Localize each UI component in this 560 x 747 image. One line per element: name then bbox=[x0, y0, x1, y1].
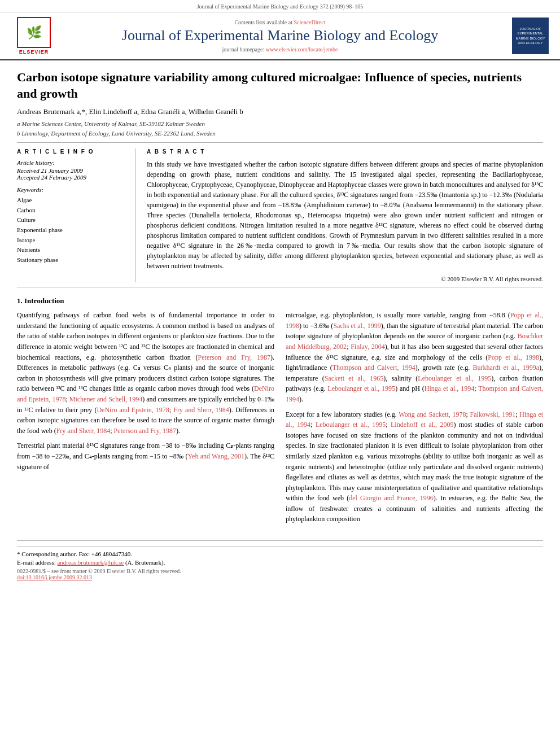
keyword-algae: Algae bbox=[17, 195, 126, 206]
ref-hinga-1994[interactable]: Hinga et al., 1994 bbox=[425, 385, 474, 392]
affiliation-b: b Limnology, Department of Ecology, Lund… bbox=[17, 129, 543, 138]
article-info-column: A R T I C L E I N F O Article history: R… bbox=[17, 148, 135, 282]
ref-thompson-calvert-1994b[interactable]: Thompson and Calvert, 1994 bbox=[286, 385, 543, 403]
footnote-area: * Corresponding author. Fax: +46 4804473… bbox=[17, 547, 543, 566]
journal-citation-bar: Journal of Experimental Marine Biology a… bbox=[0, 0, 560, 12]
content-area: Carbon isotope signature variability amo… bbox=[0, 60, 560, 592]
abstract-text: In this study we have investigated wheth… bbox=[147, 159, 543, 271]
ref-deniro-epstein-1978b[interactable]: DeNiro and Epstein, 1978 bbox=[97, 406, 169, 414]
ref-popp-1998b[interactable]: Popp et al., 1998 bbox=[488, 353, 539, 361]
authors-line: Andreas Brutemark a,*, Elin Lindehoff a,… bbox=[17, 107, 543, 116]
ref-michener-schell-1994[interactable]: Michener and Schell, 1994 bbox=[69, 395, 142, 403]
keyword-carbon: Carbon bbox=[17, 206, 126, 216]
ref-sackett-1965[interactable]: Sackett et al., 1965 bbox=[325, 374, 384, 382]
body-right-column: microalgae, e.g. phytoplankton, is usual… bbox=[286, 310, 543, 529]
ref-falkowski-1991[interactable]: Falkowski, 1991 bbox=[470, 410, 516, 418]
journal-logo-text: JOURNAL OF EXPERIMENTAL MARINE BIOLOGY A… bbox=[515, 27, 545, 46]
elsevier-label: ELSEVIER bbox=[19, 49, 49, 55]
ref-deniro-epstein-1978[interactable]: DeNiro and Epstein, 1978 bbox=[17, 385, 274, 403]
intro-para-right-1: microalgae, e.g. phytoplankton, is usual… bbox=[286, 310, 543, 404]
ref-peterson-fry-1987b[interactable]: Peterson and Fry, 1987 bbox=[114, 427, 177, 435]
history-label: Article history: bbox=[17, 159, 126, 166]
keyword-nutrients: Nutrients bbox=[17, 245, 126, 255]
keyword-exponential: Exponential phase bbox=[17, 225, 126, 235]
keyword-stationary: Stationary phase bbox=[17, 255, 126, 265]
keywords-section: Keywords: Algae Carbon Culture Exponenti… bbox=[17, 186, 126, 265]
issn-line: 0022-0981/$ – see front matter © 2009 El… bbox=[17, 568, 543, 574]
accepted-date: Accepted 24 February 2009 bbox=[17, 174, 126, 181]
doi-line: doi:10.1016/j.jembe.2009.02.013 bbox=[17, 574, 543, 580]
ref-sachs-1999[interactable]: Sachs et al., 1999 bbox=[333, 322, 380, 330]
ref-finlay-2004[interactable]: Finlay, 2004 bbox=[351, 343, 385, 351]
ref-fry-sherr-1984b[interactable]: Fry and Sherr, 1984 bbox=[56, 427, 111, 435]
ref-wong-sackett-1978[interactable]: Wong and Sackett, 1978 bbox=[399, 410, 466, 418]
doi-link[interactable]: doi:10.1016/j.jembe.2009.02.013 bbox=[17, 574, 92, 580]
body-left-column: Quantifying pathways of carbon food webs… bbox=[17, 310, 274, 529]
affiliation-a: a Marine Sciences Centre, University of … bbox=[17, 119, 543, 129]
ref-leboulanger-1995b[interactable]: Leboulanger et al., 1995 bbox=[327, 385, 395, 392]
abstract-column: A B S T R A C T In this study we have in… bbox=[147, 148, 543, 282]
ref-thompson-calvert-1994[interactable]: Thompson and Calvert, 1994 bbox=[333, 364, 415, 372]
article-info-abstract-section: A R T I C L E I N F O Article history: R… bbox=[17, 148, 543, 282]
keyword-culture: Culture bbox=[17, 215, 126, 225]
article-history: Article history: Received 21 January 200… bbox=[17, 159, 126, 181]
authors-text: Andreas Brutemark a,*, Elin Lindehoff a,… bbox=[17, 107, 243, 116]
journal-title: Journal of Experimental Marine Biology a… bbox=[56, 27, 504, 44]
keyword-isotope: Isotope bbox=[17, 235, 126, 246]
journal-citation: Journal of Experimental Marine Biology a… bbox=[197, 3, 364, 10]
sciencedirect-url[interactable]: ScienceDirect bbox=[294, 19, 325, 25]
footnote-divider bbox=[17, 540, 543, 541]
copyright-line: © 2009 Elsevier B.V. All rights reserved… bbox=[147, 276, 543, 282]
intro-para-1: Quantifying pathways of carbon food webs… bbox=[17, 310, 274, 436]
journal-header: 🌿 ELSEVIER Contents lists available at S… bbox=[0, 12, 560, 60]
email-link[interactable]: andreas.brutemark@hik.se bbox=[57, 559, 124, 566]
sciencedirect-link: Contents lists available at ScienceDirec… bbox=[56, 19, 504, 25]
email-suffix: (A. Brutemark). bbox=[125, 559, 165, 566]
ref-delgiorgio-france-1996[interactable]: del Giorgio and France, 1996 bbox=[349, 494, 434, 502]
intro-para-right-2: Except for a few laboratory studies (e.g… bbox=[286, 409, 543, 525]
ref-fry-sherr-1984[interactable]: Fry and Sherr, 1984 bbox=[173, 406, 229, 414]
content-divider bbox=[17, 287, 543, 287]
journal-title-block: Contents lists available at ScienceDirec… bbox=[56, 19, 504, 52]
affiliations: a Marine Sciences Centre, University of … bbox=[17, 119, 543, 138]
article-title: Carbon isotope signature variability amo… bbox=[17, 69, 543, 102]
journal-logo-right: JOURNAL OF EXPERIMENTAL MARINE BIOLOGY A… bbox=[504, 18, 549, 54]
email-note: E-mail address: andreas.brutemark@hik.se… bbox=[17, 559, 543, 566]
header-divider bbox=[17, 142, 543, 143]
ref-popp-1998[interactable]: Popp et al., 1998 bbox=[286, 311, 543, 330]
elsevier-logo: 🌿 ELSEVIER bbox=[11, 17, 56, 55]
body-columns: Quantifying pathways of carbon food webs… bbox=[17, 310, 543, 529]
ref-burkhardt-1999a[interactable]: Burkhardt et al., 1999a bbox=[473, 364, 539, 372]
ref-yeh-wang-2001[interactable]: Yeh and Wang, 2001 bbox=[188, 452, 245, 460]
corresponding-author-note: * Corresponding author. Fax: +46 4804473… bbox=[17, 551, 543, 557]
journal-homepage: journal homepage: www.elsevier.com/locat… bbox=[56, 46, 504, 53]
journal-logo-box: JOURNAL OF EXPERIMENTAL MARINE BIOLOGY A… bbox=[512, 18, 549, 54]
keywords-label: Keywords: bbox=[17, 186, 126, 193]
journal-homepage-url[interactable]: www.elsevier.com/locate/jembe bbox=[266, 46, 338, 53]
intro-para-2: Terrestrial plant material δ¹³C signatur… bbox=[17, 440, 274, 472]
ref-boschker-middelburg-2002[interactable]: Boschker and Middelburg, 2002 bbox=[286, 332, 543, 351]
abstract-label: A B S T R A C T bbox=[147, 148, 543, 155]
ref-leboulanger-1995[interactable]: Leboulanger et al., 1995 bbox=[418, 374, 491, 382]
ref-leboulanger-1995c[interactable]: Leboulanger et al., 1995 bbox=[316, 421, 386, 429]
email-label: E-mail address: bbox=[17, 559, 56, 566]
elsevier-tree-icon: 🌿 bbox=[27, 25, 42, 40]
article-info-label: A R T I C L E I N F O bbox=[17, 148, 126, 155]
introduction-heading: 1. Introduction bbox=[17, 296, 543, 305]
abstract-paragraph: In this study we have investigated wheth… bbox=[147, 159, 543, 271]
ref-lindehoff-2009[interactable]: Lindehoff et al., 2009 bbox=[391, 421, 453, 429]
received-date: Received 21 January 2009 bbox=[17, 167, 126, 174]
page: Journal of Experimental Marine Biology a… bbox=[0, 0, 560, 747]
introduction-section: 1. Introduction Quantifying pathways of … bbox=[17, 296, 543, 529]
elsevier-box: 🌿 bbox=[17, 17, 51, 48]
bottom-info: 0022-0981/$ – see front matter © 2009 El… bbox=[17, 568, 543, 580]
ref-peterson-fry-1987[interactable]: Peterson and Fry, 1987 bbox=[198, 353, 270, 361]
